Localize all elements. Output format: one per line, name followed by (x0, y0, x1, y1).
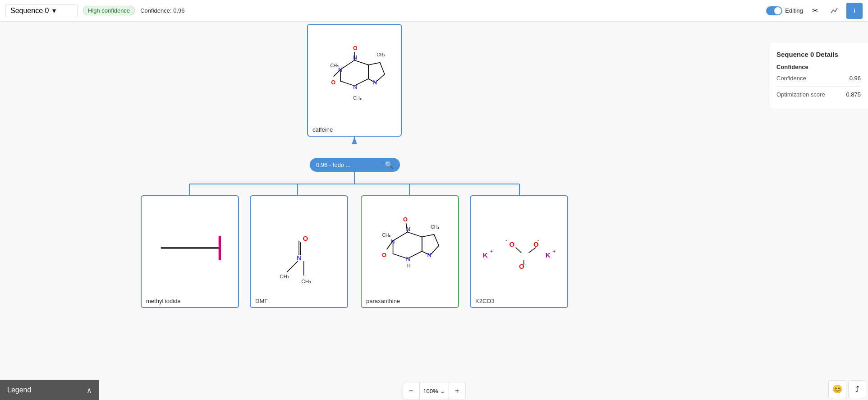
confidence-text: Confidence: 0.96 (140, 7, 184, 14)
zoom-level: 100% (423, 388, 438, 395)
confidence-row-label: Confidence (776, 75, 806, 82)
details-panel: Sequence 0 Details Confidence Confidence… (769, 43, 868, 109)
zoom-display[interactable]: 100% ⌄ (419, 382, 449, 400)
reaction-label: 0.96 - Iodo ... (316, 161, 351, 168)
share-button[interactable]: ⤴ (848, 380, 866, 398)
svg-line-45 (387, 241, 393, 249)
optimization-row: Optimization score 0.875 (776, 91, 861, 98)
svg-text:CH₃: CH₃ (377, 52, 385, 57)
svg-text:H: H (407, 263, 411, 268)
svg-marker-3 (352, 137, 357, 144)
main-canvas: N N N N O O CH₃ CH₃ CH₃ caffeine 0.96 - … (0, 22, 868, 400)
svg-text:N: N (427, 252, 432, 258)
confidence-row: Confidence 0.96 (776, 75, 861, 82)
caffeine-structure: N N N N O O CH₃ CH₃ CH₃ (308, 25, 401, 124)
svg-text:O: O (403, 216, 408, 223)
k2co3-card[interactable]: K + K + - O - O O K2CO3 (470, 195, 568, 308)
dmf-label: DMF (251, 295, 347, 307)
svg-text:O: O (303, 234, 308, 242)
paraxanthine-label: paraxanthine (362, 295, 458, 307)
sequence-selector[interactable]: Sequence 0 ▾ (5, 4, 78, 17)
caffeine-label: caffeine (308, 124, 401, 136)
cut-icon-button[interactable]: ✂ (807, 3, 823, 19)
svg-text:i: i (854, 8, 855, 14)
details-divider (776, 86, 861, 87)
svg-text:N: N (353, 84, 357, 90)
svg-text:N: N (406, 256, 410, 262)
svg-text:O: O (382, 252, 386, 258)
svg-text:CH₃: CH₃ (353, 96, 362, 101)
optimization-row-label: Optimization score (776, 91, 825, 98)
svg-text:CH₃: CH₃ (301, 278, 311, 284)
bottom-right-icons: 😊 ⤴ (827, 378, 868, 400)
editing-toggle[interactable] (766, 6, 782, 15)
svg-text:O: O (353, 45, 358, 51)
svg-text:CH₃: CH₃ (382, 232, 390, 238)
confidence-row-value: 0.96 (850, 75, 861, 82)
k2co3-structure: K + K + - O - O O (471, 196, 567, 295)
svg-line-56 (528, 248, 536, 253)
sequence-label: Sequence 0 (10, 7, 49, 15)
svg-text:CH₃: CH₃ (280, 273, 289, 279)
emoji-button[interactable]: 😊 (828, 380, 846, 398)
svg-text:O: O (533, 240, 539, 248)
svg-text:CH₃: CH₃ (431, 224, 439, 230)
zoom-out-button[interactable]: − (403, 382, 419, 400)
editing-toggle-wrap: Editing (766, 6, 803, 15)
svg-marker-33 (393, 232, 422, 259)
legend-bar[interactable]: Legend ∧ (0, 380, 99, 400)
dmf-card[interactable]: N O CH₃ CH₃ DMF (250, 195, 348, 308)
svg-text:N: N (353, 55, 357, 61)
legend-chevron-icon: ∧ (87, 386, 92, 395)
svg-text:K: K (483, 251, 488, 259)
methyl-iodide-card[interactable]: methyl iodide (141, 195, 239, 308)
toggle-knob (774, 7, 781, 14)
zoom-controls: − 100% ⌄ + (402, 382, 465, 400)
svg-text:K: K (546, 251, 551, 259)
svg-text:+: + (553, 248, 556, 254)
reaction-node[interactable]: 0.96 - Iodo ... 🔍 (310, 158, 400, 172)
info-icon-button[interactable]: i (846, 3, 863, 19)
svg-text:O: O (331, 79, 336, 86)
svg-text:N: N (373, 79, 377, 86)
editing-label: Editing (785, 7, 803, 14)
svg-line-29 (287, 261, 298, 272)
zoom-chevron-icon: ⌄ (440, 388, 445, 395)
svg-text:-: - (505, 237, 507, 243)
details-section-title: Confidence (776, 64, 861, 70)
optimization-row-value: 0.875 (846, 91, 861, 98)
svg-line-55 (516, 248, 522, 253)
chevron-down-icon: ▾ (52, 6, 56, 15)
k2co3-label: K2CO3 (471, 295, 567, 307)
caffeine-card[interactable]: N N N N O O CH₃ CH₃ CH₃ caffeine (307, 24, 402, 137)
methyl-iodide-label: methyl iodide (142, 295, 238, 307)
header: Sequence 0 ▾ High confidence Confidence:… (0, 0, 868, 22)
header-controls: Editing ✂ i (766, 3, 863, 19)
svg-text:CH₃: CH₃ (330, 63, 339, 68)
zoom-in-button[interactable]: + (449, 382, 465, 400)
svg-marker-10 (340, 60, 368, 86)
dmf-structure: N O CH₃ CH₃ (251, 196, 347, 295)
svg-text:+: + (490, 248, 493, 254)
paraxanthine-structure: N N N N H O O CH₃ CH₃ (362, 196, 458, 295)
details-title: Sequence 0 Details (776, 51, 861, 58)
svg-text:O: O (510, 240, 515, 248)
legend-label: Legend (7, 386, 31, 394)
chart-icon-button[interactable] (827, 3, 843, 19)
paraxanthine-card[interactable]: N N N N H O O CH₃ CH₃ paraxanthine (361, 195, 459, 308)
confidence-badge: High confidence (83, 6, 135, 15)
search-icon: 🔍 (385, 161, 394, 169)
methyl-iodide-structure (142, 196, 238, 295)
